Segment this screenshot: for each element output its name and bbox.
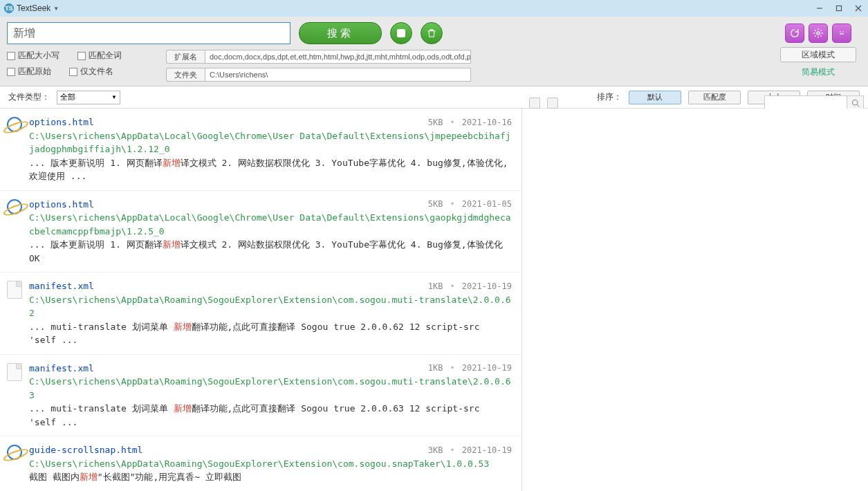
- result-item[interactable]: manifest.xml1KB•2021-10-19C:\Users\riche…: [0, 272, 521, 355]
- result-item[interactable]: manifest.xml1KB•2021-10-19C:\Users\riche…: [0, 355, 521, 437]
- result-item[interactable]: options.html5KB•2021-10-16C:\Users\riche…: [0, 109, 521, 191]
- app-title: TextSeek: [17, 3, 50, 13]
- checkbox-label: 匹配原始: [18, 66, 51, 77]
- svg-rect-1: [837, 6, 842, 11]
- minimize-button[interactable]: [810, 1, 829, 15]
- result-snippet: ... muti-translate 划词菜单 新增翻译功能,点此可直接翻译 S…: [29, 402, 512, 429]
- settings-button[interactable]: [809, 24, 828, 43]
- simple-mode-link[interactable]: 简易模式: [802, 66, 835, 78]
- svg-point-4: [817, 32, 820, 35]
- svg-point-6: [842, 31, 844, 33]
- trash-icon: [426, 28, 437, 39]
- result-meta: 5KB•2021-10-16: [428, 116, 512, 129]
- ext-label: 扩展名: [166, 50, 205, 64]
- close-button[interactable]: [849, 1, 868, 15]
- result-path: C:\Users\richens\AppData\Local\Google\Ch…: [29, 129, 512, 156]
- app-icon: TS: [4, 3, 14, 13]
- checkbox-label: 仅文件名: [80, 66, 113, 77]
- titlebar-dropdown-icon[interactable]: ▼: [53, 6, 59, 12]
- filetype-select[interactable]: 全部 ▼: [57, 91, 120, 104]
- result-item[interactable]: options.html5KB•2021-01-05C:\Users\riche…: [0, 191, 521, 273]
- result-title[interactable]: manifest.xml: [29, 362, 94, 376]
- preview-folder-icon[interactable]: [547, 98, 558, 109]
- checkbox-label: 匹配大小写: [18, 50, 59, 62]
- result-path: C:\Users\richens\AppData\Roaming\SogouEx…: [29, 375, 512, 402]
- result-meta: 1KB•2021-10-19: [428, 362, 512, 374]
- xml-icon: [7, 363, 22, 380]
- result-meta: 3KB•2021-10-19: [428, 444, 512, 456]
- result-path: C:\Users\richens\AppData\Roaming\SogouEx…: [29, 457, 512, 471]
- result-item[interactable]: guide-scrollsnap.html3KB•2021-10-19C:\Us…: [0, 436, 521, 491]
- filetype-label: 文件类型：: [8, 91, 50, 103]
- ie-icon: [7, 445, 22, 461]
- result-meta: 5KB•2021-01-05: [428, 198, 512, 210]
- maximize-button[interactable]: [829, 1, 849, 15]
- checkbox-match-prefix[interactable]: 匹配原始: [7, 66, 51, 77]
- result-title[interactable]: manifest.xml: [29, 279, 94, 293]
- preview-doc-icon[interactable]: [529, 98, 540, 109]
- help-button[interactable]: [832, 24, 851, 43]
- checkbox-filename-only[interactable]: 仅文件名: [69, 66, 113, 77]
- results-list[interactable]: options.html5KB•2021-10-16C:\Users\riche…: [0, 109, 522, 491]
- preview-pane: [522, 109, 868, 491]
- xml-icon: [7, 281, 22, 297]
- sort-default-button[interactable]: 默认: [629, 91, 681, 104]
- chevron-down-icon: ▼: [111, 94, 117, 100]
- checkbox-match-whole[interactable]: 匹配全词: [77, 50, 122, 62]
- ie-icon: [7, 199, 22, 216]
- result-title[interactable]: guide-scrollsnap.html: [29, 443, 142, 457]
- refresh-button[interactable]: [785, 24, 804, 43]
- result-title[interactable]: options.html: [29, 115, 94, 129]
- folder-value[interactable]: C:\Users\richens\: [205, 68, 471, 82]
- refresh-icon: [789, 28, 800, 39]
- result-snippet: ... 版本更新说明 1. 网页翻译新增译文模式 2. 网站数据权限优化 3. …: [29, 156, 512, 183]
- sort-match-button[interactable]: 匹配度: [688, 91, 741, 104]
- search-icon: [851, 99, 860, 107]
- gear-icon: [813, 28, 824, 39]
- zone-mode-button[interactable]: 区域模式: [780, 47, 856, 62]
- result-meta: 1KB•2021-10-19: [428, 280, 512, 293]
- svg-line-8: [857, 104, 859, 106]
- clear-button[interactable]: [421, 22, 443, 44]
- titlebar: TS TextSeek ▼: [0, 0, 868, 17]
- help-icon: [836, 28, 847, 39]
- folder-label: 文件夹: [166, 68, 205, 82]
- toolbar: 搜索 匹配大小写 匹配全词 匹配原始 仅文件名 扩展名 doc,do: [0, 17, 868, 86]
- stop-button[interactable]: [390, 22, 412, 44]
- checkbox-label: 匹配全词: [89, 50, 122, 62]
- search-input[interactable]: [7, 22, 290, 44]
- result-snippet: 截图 截图内新增"长截图"功能,用完真香~ 立即截图: [29, 470, 512, 484]
- stop-icon: [397, 29, 405, 37]
- search-button[interactable]: 搜索: [299, 22, 382, 44]
- result-snippet: ... muti-translate 划词菜单 新增翻译功能,点此可直接翻译 S…: [29, 320, 512, 347]
- sort-label: 排序：: [597, 91, 622, 103]
- checkbox-match-case[interactable]: 匹配大小写: [7, 50, 59, 62]
- svg-point-5: [840, 31, 841, 33]
- result-path: C:\Users\richens\AppData\Roaming\SogouEx…: [29, 293, 512, 320]
- ie-icon: [7, 117, 22, 133]
- result-path: C:\Users\richens\AppData\Local\Google\Ch…: [29, 211, 512, 238]
- ext-value[interactable]: doc,docm,docx,dps,dpt,et,ett,htm,html,hw…: [205, 50, 471, 64]
- svg-point-7: [852, 100, 858, 106]
- filetype-value: 全部: [60, 92, 75, 102]
- filter-bar: 文件类型： 全部 ▼ 排序： 默认 匹配度 大小 时间: [0, 86, 868, 109]
- result-title[interactable]: options.html: [29, 198, 94, 212]
- result-snippet: ... 版本更新说明 1. 网页翻译新增译文模式 2. 网站数据权限优化 3. …: [29, 238, 512, 265]
